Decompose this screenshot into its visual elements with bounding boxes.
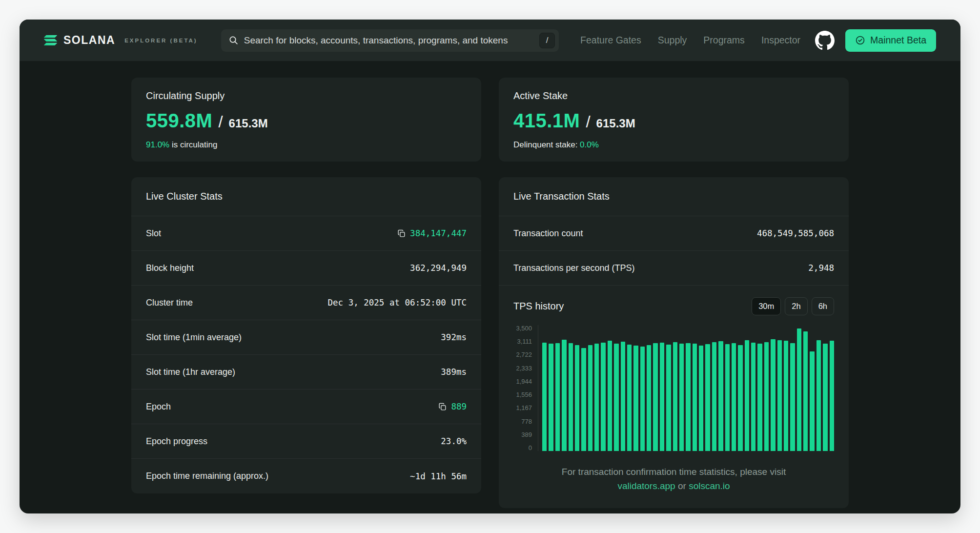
stat-row-value: Dec 3, 2025 at 06:52:00 UTC: [328, 298, 467, 308]
y-axis-tick: 778: [506, 418, 532, 425]
live-transaction-stats-card: Live Transaction Stats Transaction count…: [499, 177, 849, 508]
tps-bar: [777, 340, 782, 451]
tps-bar: [725, 344, 730, 451]
tps-bar: [666, 345, 671, 451]
tps-bar: [581, 348, 586, 451]
nav-link-programs[interactable]: Programs: [703, 35, 745, 46]
tps-bar: [679, 344, 684, 451]
solana-logo-icon: [44, 35, 57, 45]
supply-values: 559.8M / 615.3M: [146, 110, 467, 132]
github-icon[interactable]: [815, 31, 835, 50]
stat-row-value: 389ms: [441, 367, 467, 377]
active-stake-card: Active Stake 415.1M / 615.3M Delinquent …: [499, 78, 849, 162]
stat-row-value: ~1d 11h 56m: [410, 472, 467, 481]
nav-link-supply[interactable]: Supply: [658, 35, 687, 46]
tps-bar: [830, 341, 834, 451]
stat-row: Slot384,147,447: [131, 216, 481, 251]
stat-row-label: Transaction count: [513, 228, 583, 239]
cluster-button-label: Mainnet Beta: [870, 35, 926, 46]
tps-history-header: TPS history 30m2h6h: [499, 286, 849, 324]
stat-row-label: Epoch: [146, 402, 171, 412]
solscan-link[interactable]: solscan.io: [689, 481, 730, 491]
search-input[interactable]: [244, 35, 533, 46]
tps-chart: 3,5003,1112,7222,3331,9441,5561,16777838…: [499, 324, 849, 453]
value-separator: /: [218, 113, 223, 131]
tps-bar: [745, 340, 749, 451]
tps-bar: [569, 343, 573, 451]
tps-bar: [647, 345, 651, 451]
stat-row: Cluster timeDec 3, 2025 at 06:52:00 UTC: [131, 286, 481, 320]
y-axis-tick: 2,722: [506, 351, 532, 358]
tps-range-2h[interactable]: 2h: [785, 297, 807, 315]
search-bar[interactable]: /: [221, 29, 559, 52]
copy-icon[interactable]: [438, 403, 447, 411]
tps-bar: [601, 343, 605, 451]
stat-row-value: 2,948: [808, 263, 834, 273]
stat-row: Block height362,294,949: [131, 251, 481, 286]
tps-bar: [640, 347, 645, 451]
main-content: Circulating Supply 559.8M / 615.3M 91.0%…: [131, 61, 849, 513]
brand-name: SOLANA: [63, 34, 115, 47]
y-axis-tick: 3,111: [506, 338, 532, 345]
tps-bar: [633, 346, 638, 451]
tps-bar: [660, 343, 664, 451]
tps-bar: [542, 343, 547, 451]
app-window: SOLANA EXPLORER (BETA) / Feature GatesSu…: [20, 20, 960, 513]
stat-row-value[interactable]: 384,147,447: [397, 228, 467, 238]
card-header: Live Cluster Stats: [131, 177, 481, 216]
tps-bar: [621, 342, 625, 451]
stat-row-label: Epoch time remaining (approx.): [146, 471, 268, 481]
tps-bar: [575, 345, 579, 451]
active-stake-value: 415.1M: [513, 110, 580, 132]
stat-row-value[interactable]: 889: [438, 402, 467, 411]
card-header: Live Transaction Stats: [499, 177, 849, 216]
tps-bar: [562, 340, 566, 451]
card-title: Circulating Supply: [146, 90, 467, 102]
tps-range-30m[interactable]: 30m: [752, 297, 781, 315]
tps-bar: [549, 344, 553, 451]
y-axis-tick: 1,556: [506, 391, 532, 398]
stat-row: Slot time (1hr average)389ms: [131, 355, 481, 390]
stat-row-label: Slot time (1min average): [146, 332, 242, 343]
supply-footnote: 91.0% is circulating: [146, 140, 467, 150]
tps-bar: [699, 346, 703, 451]
stat-row: Epoch889: [131, 390, 481, 424]
navbar: SOLANA EXPLORER (BETA) / Feature GatesSu…: [20, 20, 960, 61]
y-axis-tick: 1,944: [506, 378, 532, 385]
total-stake-value: 615.3M: [596, 117, 635, 130]
tps-bar: [784, 341, 788, 451]
tps-bar: [555, 343, 560, 451]
stat-row: Slot time (1min average)392ms: [131, 320, 481, 355]
tps-bar: [790, 343, 795, 451]
stat-row-label: Slot: [146, 228, 161, 239]
stat-row-value: 23.0%: [441, 436, 467, 446]
tps-bar: [751, 343, 755, 451]
circulating-percent: 91.0%: [146, 140, 169, 149]
nav-links: Feature GatesSupplyProgramsInspector: [580, 35, 800, 46]
tps-bar: [673, 342, 677, 451]
stat-row: Transaction count468,549,585,068: [499, 216, 849, 251]
tps-bar: [614, 344, 618, 451]
tps-history-label: TPS history: [513, 301, 564, 312]
tps-bar: [693, 344, 697, 451]
stat-row-label: Epoch progress: [146, 436, 207, 447]
copy-icon[interactable]: [397, 229, 406, 238]
tps-bar: [797, 328, 801, 451]
stat-row-value: 392ms: [441, 332, 467, 342]
transaction-stats-rows: Transaction count468,549,585,068Transact…: [499, 216, 849, 286]
tps-bar: [588, 345, 592, 451]
nav-link-inspector[interactable]: Inspector: [761, 35, 800, 46]
stat-row-label: Transactions per second (TPS): [513, 263, 634, 273]
tps-bar: [686, 343, 690, 451]
cluster-select-button[interactable]: Mainnet Beta: [845, 29, 936, 52]
stat-row-value: 362,294,949: [410, 263, 467, 273]
tps-bar: [653, 343, 657, 451]
tps-range-6h[interactable]: 6h: [812, 297, 834, 315]
validators-app-link[interactable]: validators.app: [617, 481, 675, 491]
nav-link-feature-gates[interactable]: Feature Gates: [580, 35, 641, 46]
brand[interactable]: SOLANA EXPLORER (BETA): [44, 34, 198, 47]
y-axis-tick: 1,167: [506, 405, 532, 411]
tps-bar: [705, 344, 710, 451]
circulating-supply-card: Circulating Supply 559.8M / 615.3M 91.0%…: [131, 78, 481, 162]
tps-bar: [757, 344, 762, 451]
